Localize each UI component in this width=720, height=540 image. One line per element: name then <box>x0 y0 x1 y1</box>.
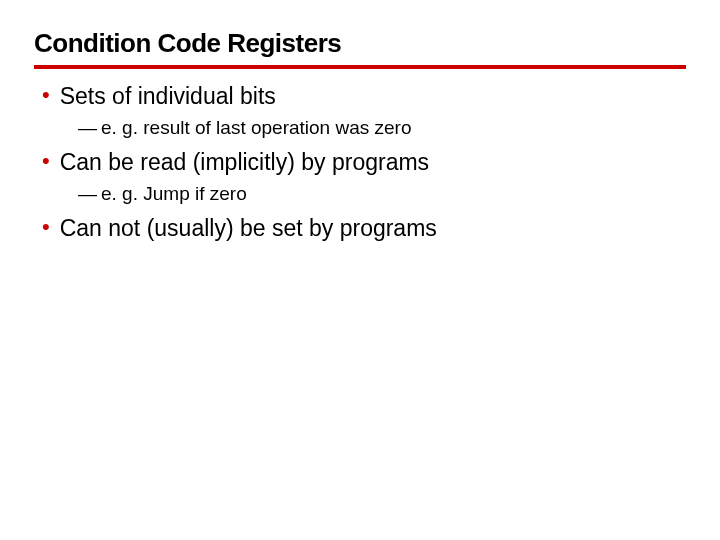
list-item: • Can be read (implicitly) by programs <box>34 147 686 177</box>
list-item: — e. g. Jump if zero <box>34 181 686 207</box>
list-item-text: Sets of individual bits <box>60 81 276 111</box>
bullet-icon: • <box>42 213 50 241</box>
list-item: • Sets of individual bits <box>34 81 686 111</box>
list-item-text: Can be read (implicitly) by programs <box>60 147 429 177</box>
list-item: — e. g. result of last operation was zer… <box>34 115 686 141</box>
dash-icon: — <box>78 181 97 207</box>
list-item-text: e. g. result of last operation was zero <box>101 115 412 141</box>
list-item-text: e. g. Jump if zero <box>101 181 247 207</box>
slide-title: Condition Code Registers <box>34 28 686 69</box>
bullet-icon: • <box>42 147 50 175</box>
list-item-text: Can not (usually) be set by programs <box>60 213 437 243</box>
list-item: • Can not (usually) be set by programs <box>34 213 686 243</box>
bullet-icon: • <box>42 81 50 109</box>
dash-icon: — <box>78 115 97 141</box>
